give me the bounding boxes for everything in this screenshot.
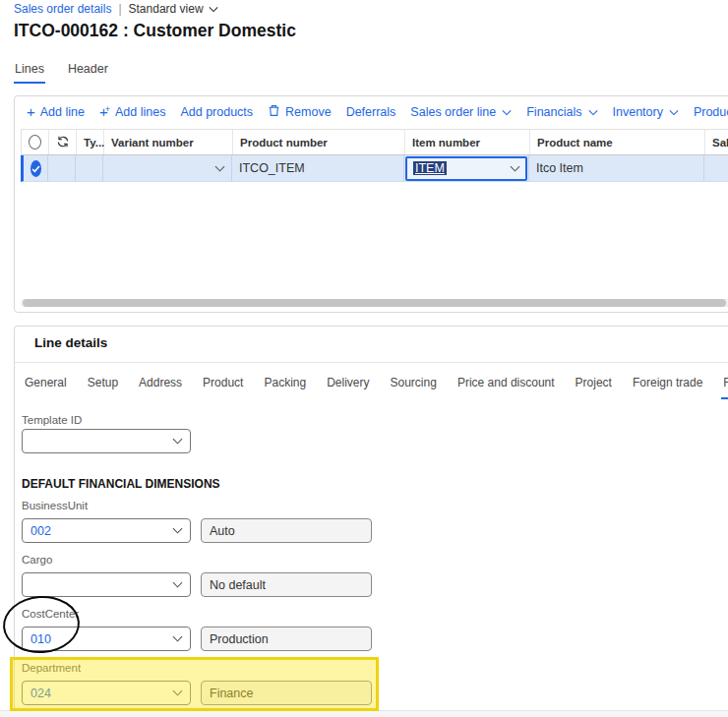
chevron-down-icon <box>588 109 598 116</box>
refresh-column-header[interactable] <box>49 130 77 154</box>
view-switcher-label: Standard view <box>129 2 204 16</box>
column-header-product-name[interactable]: Product name <box>530 130 705 154</box>
tab-product[interactable]: Product <box>201 370 245 399</box>
product-and-supply-label: Product and supply <box>694 105 728 119</box>
view-switcher[interactable]: Standard view <box>129 2 218 16</box>
costcenter-combobox[interactable]: 010 <box>22 627 191 651</box>
lines-grid-panel: + Add line ++ Add lines Add products Rem… <box>14 95 728 313</box>
column-header-item-number[interactable]: Item number <box>405 130 530 154</box>
cargo-label: Cargo <box>22 554 52 566</box>
column-header-variant-number[interactable]: Variant number <box>104 130 233 154</box>
tab-financial-dimensions[interactable]: Financial dimensions <box>721 370 728 399</box>
remove-label: Remove <box>285 105 332 119</box>
department-label: Department <box>22 662 81 674</box>
select-all-column-header[interactable] <box>22 130 49 154</box>
row-variant-number-cell[interactable] <box>103 155 232 181</box>
tab-lines[interactable]: Lines <box>14 60 45 84</box>
chevron-down-icon <box>214 165 224 172</box>
row-selected-check-icon[interactable] <box>30 160 41 177</box>
chevron-down-icon <box>172 438 182 445</box>
column-header-type[interactable]: Ty... <box>77 130 104 154</box>
add-products-button[interactable]: Add products <box>180 105 253 119</box>
breadcrumb: Sales order details | Standard view <box>14 2 218 16</box>
businessunit-description-field: Auto <box>201 518 372 543</box>
default-financial-dimensions-header: DEFAULT FINANCIAL DIMENSIONS <box>22 477 220 491</box>
deferrals-label: Deferrals <box>346 105 396 119</box>
costcenter-label: CostCenter <box>22 608 79 620</box>
template-id-combobox[interactable] <box>22 429 191 453</box>
deferrals-button[interactable]: Deferrals <box>346 105 396 119</box>
inventory-label: Inventory <box>613 105 663 119</box>
line-details-panel: Line details General Setup Address Produ… <box>14 326 728 710</box>
chevron-down-icon <box>172 527 182 534</box>
tab-delivery[interactable]: Delivery <box>325 370 371 399</box>
table-row[interactable]: ITCO_ITEM ITEM Itco Item <box>21 155 728 182</box>
chevron-down-icon[interactable] <box>510 165 519 172</box>
row-type-cell <box>76 155 103 181</box>
row-product-name-cell[interactable]: Itco Item <box>529 155 704 181</box>
divider <box>15 362 728 363</box>
refresh-icon <box>56 135 70 150</box>
department-combobox[interactable]: 024 <box>22 681 191 705</box>
row-sales-cell <box>704 155 728 181</box>
tab-price-and-discount[interactable]: Price and discount <box>455 370 557 399</box>
plus-plus-icon: ++ <box>99 104 110 120</box>
cargo-description-field: No default <box>201 572 372 597</box>
businessunit-value: 002 <box>30 524 51 538</box>
trash-icon <box>268 104 280 120</box>
chevron-down-icon <box>172 635 182 642</box>
line-details-title: Line details <box>34 335 107 350</box>
tab-general[interactable]: General <box>23 370 69 399</box>
column-header-sales[interactable]: Sales <box>705 130 728 154</box>
inventory-menu[interactable]: Inventory <box>613 105 679 119</box>
page-tabs: Lines Header <box>14 60 109 84</box>
businessunit-combobox[interactable]: 002 <box>22 518 191 543</box>
item-number-selected-text[interactable]: ITEM <box>413 161 447 175</box>
cargo-combobox[interactable] <box>22 572 191 597</box>
financials-menu[interactable]: Financials <box>526 105 597 119</box>
row-refresh-cell <box>48 155 76 181</box>
row-item-number-cell: ITEM <box>404 155 529 181</box>
plus-icon: + <box>27 106 35 118</box>
department-value: 024 <box>30 687 51 700</box>
row-select-cell[interactable] <box>24 155 48 181</box>
tab-foreign-trade[interactable]: Foreign trade <box>631 370 704 399</box>
remove-button[interactable]: Remove <box>268 104 332 120</box>
add-line-button[interactable]: + Add line <box>27 105 85 119</box>
chevron-down-icon <box>209 6 218 13</box>
grid-toolbar: + Add line ++ Add lines Add products Rem… <box>27 104 728 120</box>
tab-packing[interactable]: Packing <box>262 370 308 399</box>
add-products-label: Add products <box>180 105 253 119</box>
product-and-supply-menu[interactable]: Product and supply <box>694 105 728 119</box>
tab-setup[interactable]: Setup <box>86 370 120 399</box>
horizontal-scrollbar-thumb[interactable] <box>23 299 726 307</box>
item-number-combobox[interactable]: ITEM <box>405 156 527 181</box>
tab-project[interactable]: Project <box>574 370 614 399</box>
grid-header-row: Ty... Variant number Product number Item… <box>21 129 728 155</box>
lines-grid: Ty... Variant number Product number Item… <box>21 129 728 182</box>
sales-order-line-menu[interactable]: Sales order line <box>410 105 512 119</box>
chevron-down-icon <box>502 109 512 116</box>
tab-header[interactable]: Header <box>67 60 109 84</box>
financials-label: Financials <box>526 105 581 119</box>
breadcrumb-page-link[interactable]: Sales order details <box>14 2 111 16</box>
tab-sourcing[interactable]: Sourcing <box>389 370 439 399</box>
department-description-field: Finance <box>201 681 372 705</box>
add-lines-button[interactable]: ++ Add lines <box>99 104 165 120</box>
tab-address[interactable]: Address <box>137 370 184 399</box>
add-lines-label: Add lines <box>115 105 165 119</box>
line-details-tabs: General Setup Address Product Packing De… <box>23 370 728 399</box>
row-product-number-cell[interactable]: ITCO_ITEM <box>232 155 404 181</box>
sales-order-line-label: Sales order line <box>410 105 496 119</box>
chevron-down-icon <box>172 689 182 696</box>
page-title: ITCO-000162 : Customer Domestic <box>14 21 296 41</box>
add-line-label: Add line <box>40 105 85 119</box>
businessunit-label: BusinessUnit <box>22 500 88 511</box>
costcenter-description-field: Production <box>201 627 372 651</box>
select-all-circle-icon[interactable] <box>29 135 41 149</box>
horizontal-scrollbar[interactable] <box>21 299 728 307</box>
chevron-down-icon <box>669 109 679 116</box>
page-bottom-strip <box>0 710 728 717</box>
chevron-down-icon <box>172 581 182 588</box>
column-header-product-number[interactable]: Product number <box>233 130 405 154</box>
